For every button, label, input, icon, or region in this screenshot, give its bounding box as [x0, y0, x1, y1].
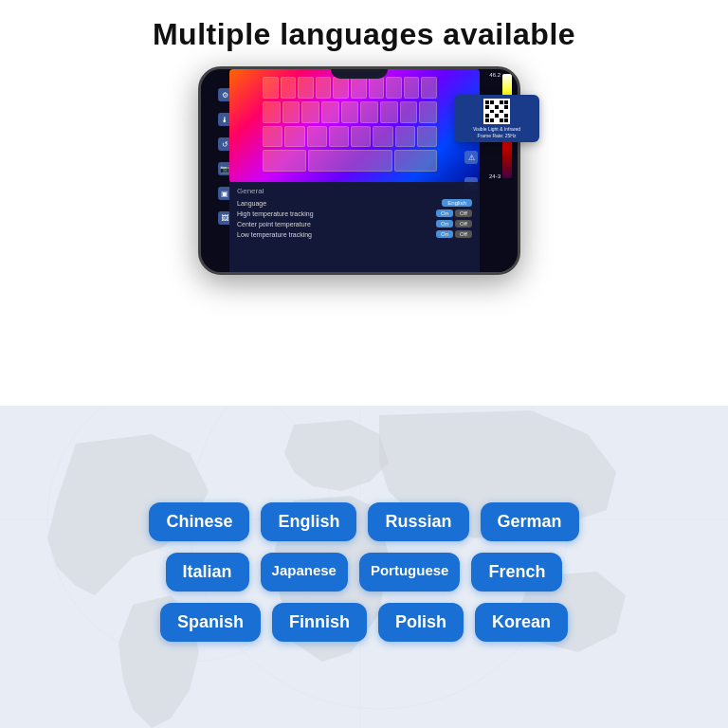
language-row-2: Italian Japanese Portuguese French — [166, 553, 563, 592]
center-point-toggle: On Off — [436, 220, 472, 228]
high-temp-toggle: On Off — [436, 209, 472, 217]
lang-italian[interactable]: Italian — [166, 553, 249, 592]
language-label: Language — [237, 200, 266, 207]
low-temp-on[interactable]: On — [436, 230, 453, 238]
lang-japanese[interactable]: Japanese — [261, 553, 348, 592]
lang-chinese[interactable]: Chinese — [149, 502, 249, 541]
temp-max-label: 46.2 — [489, 72, 500, 78]
lang-portuguese[interactable]: Portuguese — [359, 553, 461, 592]
language-row-3: Spanish Finnish Polish Korean — [160, 603, 568, 642]
lang-russian[interactable]: Russian — [368, 502, 468, 541]
phone-wrapper: ⚙ 🌡 ↺ 📷 ▣ 🖼 — [189, 66, 539, 284]
low-temp-label: Low temperature tracking — [237, 231, 312, 238]
lang-korean[interactable]: Korean — [475, 603, 568, 642]
low-temp-row: Low temperature tracking On Off — [237, 230, 472, 238]
language-value: English — [442, 199, 472, 207]
lang-german[interactable]: German — [481, 502, 579, 541]
warning-icon: ⚠ — [464, 151, 478, 164]
language-row-1: Chinese English Russian German — [149, 502, 578, 541]
high-temp-label: High temperature tracking — [237, 210, 314, 217]
temp-min-label: 24-3 — [489, 173, 500, 179]
lang-french[interactable]: French — [471, 553, 562, 592]
low-temp-toggle: On Off — [436, 230, 472, 238]
thermal-image — [229, 69, 480, 183]
high-temp-on[interactable]: On — [436, 209, 453, 217]
high-temp-row: High temperature tracking On Off — [237, 209, 472, 217]
settings-section-title: General — [237, 187, 472, 195]
keyboard-keys — [263, 77, 437, 172]
product-tag-text: Visible Light & InfraredFrame Rate: 25Hz — [473, 126, 520, 138]
lang-english[interactable]: English — [261, 502, 356, 541]
lang-polish[interactable]: Polish — [378, 603, 464, 642]
center-point-row: Center point temperature On Off — [237, 220, 472, 228]
center-point-on[interactable]: On — [436, 220, 453, 228]
lang-finnish[interactable]: Finnish — [272, 603, 367, 642]
settings-panel: General Language English High temperatur… — [229, 182, 480, 272]
lang-spanish[interactable]: Spanish — [160, 603, 261, 642]
qr-code — [483, 99, 510, 124]
phone-notch — [331, 69, 388, 79]
phone-area: ⚙ 🌡 ↺ 📷 ▣ 🖼 — [0, 66, 728, 284]
product-tag: Visible Light & InfraredFrame Rate: 25Hz — [454, 95, 539, 142]
center-point-off[interactable]: Off — [455, 220, 472, 228]
page-title: Multiple languages available — [0, 0, 728, 62]
languages-container: Chinese English Russian German Italian J… — [0, 415, 728, 728]
high-temp-off[interactable]: Off — [455, 209, 472, 217]
center-point-label: Center point temperature — [237, 221, 311, 228]
language-row: Language English — [237, 199, 472, 207]
low-temp-off[interactable]: Off — [455, 230, 472, 238]
